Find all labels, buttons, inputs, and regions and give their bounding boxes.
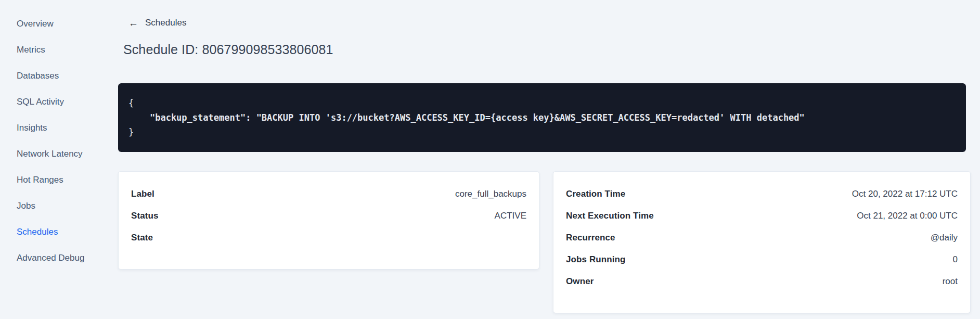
detail-label: Next Execution Time [566,211,654,221]
code-line: "backup_statement": "BACKUP INTO 's3://b… [128,110,956,125]
detail-value: ACTIVE [495,211,526,221]
detail-row-owner: Owner root [566,271,958,292]
detail-value: Oct 20, 2022 at 17:12 UTC [852,189,958,199]
main-content: ← Schedules Schedule ID: 806799098533806… [118,0,971,319]
page-title: Schedule ID: 806799098533806081 [123,41,971,58]
sidebar-item-network-latency[interactable]: Network Latency [17,141,83,167]
schedule-details-card: Creation Time Oct 20, 2022 at 17:12 UTC … [553,171,971,313]
detail-row-creation-time: Creation Time Oct 20, 2022 at 17:12 UTC [566,183,958,205]
code-line: } [128,125,956,139]
detail-label: Status [131,211,159,221]
sidebar: Overview Metrics Databases SQL Activity … [0,0,118,319]
sidebar-item-jobs[interactable]: Jobs [17,193,35,219]
detail-label: Recurrence [566,233,615,243]
sidebar-item-advanced-debug[interactable]: Advanced Debug [17,245,84,271]
detail-row-jobs-running: Jobs Running 0 [566,249,958,271]
sidebar-item-schedules[interactable]: Schedules [17,219,58,245]
backup-statement-code-block: { "backup_statement": "BACKUP INTO 's3:/… [118,83,966,152]
back-link[interactable]: ← Schedules [128,18,186,28]
detail-row-recurrence: Recurrence @daily [566,227,958,249]
detail-value: @daily [931,233,958,243]
sidebar-item-hot-ranges[interactable]: Hot Ranges [17,167,63,193]
detail-value: 0 [953,254,958,265]
back-arrow-icon: ← [128,18,138,28]
detail-label: Creation Time [566,189,625,199]
sidebar-item-databases[interactable]: Databases [17,63,59,89]
sidebar-item-insights[interactable]: Insights [17,115,47,141]
detail-row-state: State [131,227,526,249]
detail-label: Owner [566,276,594,287]
detail-label: Jobs Running [566,254,626,265]
detail-label: Label [131,189,154,199]
sidebar-item-sql-activity[interactable]: SQL Activity [17,89,64,115]
sidebar-item-metrics[interactable]: Metrics [17,37,45,63]
detail-value: root [943,276,958,287]
schedule-summary-card: Label core_full_backups Status ACTIVE St… [118,171,539,270]
back-link-label: Schedules [145,18,186,28]
code-line: { [128,96,956,110]
detail-row-status: Status ACTIVE [131,205,526,227]
detail-value: Oct 21, 2022 at 0:00 UTC [857,211,958,221]
sidebar-item-overview[interactable]: Overview [17,11,54,37]
detail-value: core_full_backups [455,189,526,199]
detail-row-next-execution-time: Next Execution Time Oct 21, 2022 at 0:00… [566,205,958,227]
detail-cards-row: Label core_full_backups Status ACTIVE St… [118,171,971,313]
detail-row-label: Label core_full_backups [131,183,526,205]
detail-label: State [131,233,153,243]
